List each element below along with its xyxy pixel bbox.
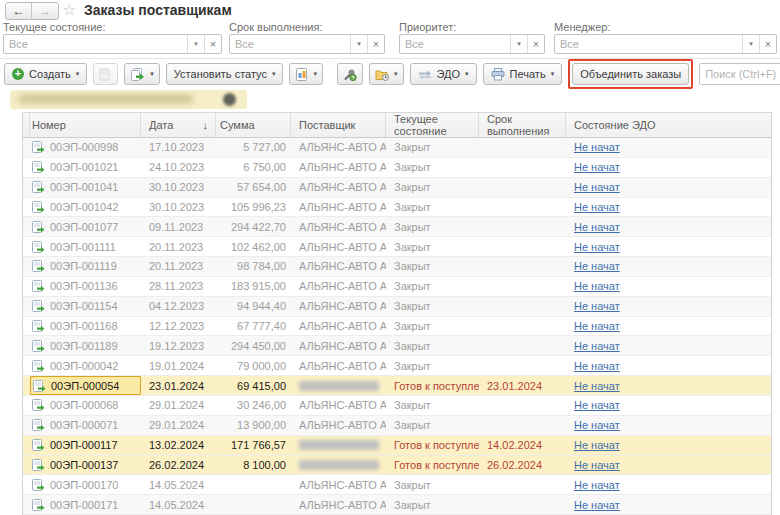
- cell-number: 00ЭП-001041: [30, 178, 141, 197]
- edo-status-link[interactable]: Не начат: [574, 260, 620, 272]
- edo-status-link[interactable]: Не начат: [574, 360, 620, 372]
- back-button[interactable]: ←: [6, 3, 32, 19]
- column-header-supplier[interactable]: Поставщик: [291, 113, 386, 137]
- table-row[interactable]: 00ЭП-000137 26.02.2024 8 100,00 Готов к …: [23, 456, 771, 476]
- edo-status-link[interactable]: Не начат: [574, 439, 620, 451]
- table-row[interactable]: 00ЭП-001077 09.11.2023 294 422,70 АЛЬЯНС…: [23, 217, 771, 237]
- edo-status-link[interactable]: Не начат: [574, 340, 620, 352]
- chevron-down-icon[interactable]: ▾: [350, 35, 367, 53]
- table-row[interactable]: 00ЭП-001189 19.12.2023 294 450,00 АЛЬЯНС…: [23, 336, 771, 356]
- pin-button[interactable]: [337, 63, 363, 85]
- cell-supplier: [291, 436, 386, 455]
- copy-document-icon: [99, 68, 112, 81]
- pin-clock-icon: [343, 68, 357, 81]
- cell-date: 29.01.2024: [141, 416, 216, 435]
- table-row[interactable]: 00ЭП-000071 29.01.2024 13 900,00 АЛЬЯНС-…: [23, 416, 771, 436]
- cell-supplier: АЛЬЯНС-АВТО АО: [291, 317, 386, 336]
- edo-status-link[interactable]: Не начат: [574, 499, 620, 511]
- clear-icon[interactable]: ×: [759, 35, 776, 53]
- edo-status-link[interactable]: Не начат: [574, 161, 620, 173]
- clear-icon[interactable]: ×: [367, 35, 384, 53]
- search-input[interactable]: [699, 63, 780, 85]
- cell-supplier: АЛЬЯНС-АВТО АО: [291, 257, 386, 276]
- cell-supplier: АЛЬЯНС-АВТО АО: [291, 237, 386, 256]
- filter-label: Приоритет:: [399, 21, 545, 32]
- chevron-down-icon[interactable]: ▾: [510, 35, 527, 53]
- table-row[interactable]: 00ЭП-000998 17.10.2023 5 727,00 АЛЬЯНС-А…: [23, 138, 771, 158]
- files-button[interactable]: ▾: [369, 63, 404, 85]
- sort-desc-icon: ↓: [203, 119, 209, 131]
- table-row[interactable]: 00ЭП-001136 28.11.2023 183 915,00 АЛЬЯНС…: [23, 277, 771, 297]
- chevron-down-icon: ▾: [272, 70, 276, 78]
- cell-edo: Не начат: [566, 237, 772, 256]
- cell-state: Закрыт: [386, 495, 479, 514]
- merge-orders-button[interactable]: Объединить заказы: [572, 63, 689, 85]
- table-row[interactable]: 00ЭП-001041 30.10.2023 57 654,00 АЛЬЯНС-…: [23, 178, 771, 198]
- chevron-down-icon: ▾: [313, 70, 317, 78]
- print-button[interactable]: Печать ▾: [483, 63, 563, 85]
- table-row[interactable]: 00ЭП-000068 29.01.2024 30 246,00 АЛЬЯНС-…: [23, 396, 771, 416]
- edo-status-link[interactable]: Не начат: [574, 181, 620, 193]
- column-header-edo[interactable]: Состояние ЭДО: [566, 113, 772, 137]
- forward-button[interactable]: →: [32, 3, 58, 19]
- cell-supplier: АЛЬЯНС-АВТО АО: [291, 277, 386, 296]
- close-icon[interactable]: [223, 93, 236, 106]
- copy-button[interactable]: [93, 63, 118, 85]
- table-row[interactable]: 00ЭП-001119 20.11.2023 98 784,00 АЛЬЯНС-…: [23, 257, 771, 277]
- column-header-due[interactable]: Срок выполнения: [479, 113, 566, 137]
- filter-current-state-combo[interactable]: Все ▾ ×: [3, 34, 222, 54]
- cell-supplier: АЛЬЯНС-АВТО АО: [291, 416, 386, 435]
- cell-sum: 67 777,40: [216, 317, 291, 336]
- edo-status-link[interactable]: Не начат: [574, 300, 620, 312]
- table-row[interactable]: 00ЭП-001021 24.10.2023 6 750,00 АЛЬЯНС-А…: [23, 158, 771, 178]
- filter-chip-redacted[interactable]: [10, 90, 247, 109]
- edo-status-link[interactable]: Не начат: [574, 459, 620, 471]
- edo-button[interactable]: ЭДО ▾: [410, 63, 477, 85]
- filter-due-date-combo[interactable]: Все ▾ ×: [229, 34, 385, 54]
- edo-status-link[interactable]: Не начат: [574, 419, 620, 431]
- post-documents-button[interactable]: ▾: [124, 63, 160, 85]
- table-row[interactable]: 00ЭП-001154 04.12.2023 94 944,40 АЛЬЯНС-…: [23, 297, 771, 317]
- table-row[interactable]: 00ЭП-000042 19.01.2024 79 000,00 АЛЬЯНС-…: [23, 356, 771, 376]
- edo-status-link[interactable]: Не начат: [574, 221, 620, 233]
- table-row[interactable]: 00ЭП-000170 14.05.2024 АЛЬЯНС-АВТО АО За…: [23, 475, 771, 495]
- column-header-state[interactable]: Текущее состояние: [386, 113, 479, 137]
- table-row[interactable]: 00ЭП-001168 12.12.2023 67 777,40 АЛЬЯНС-…: [23, 317, 771, 337]
- cell-due: [479, 396, 566, 415]
- table-row[interactable]: 00ЭП-001042 30.10.2023 105 996,23 АЛЬЯНС…: [23, 198, 771, 218]
- filter-priority-combo[interactable]: Все ▾ ×: [399, 34, 545, 54]
- column-header-number[interactable]: Номер: [30, 113, 141, 137]
- column-header-date[interactable]: Дата ↓: [141, 113, 216, 137]
- table-row[interactable]: 00ЭП-000117 13.02.2024 171 766,57 Готов …: [23, 436, 771, 456]
- clear-icon[interactable]: ×: [527, 35, 544, 53]
- table-row[interactable]: 00ЭП-001111 20.11.2023 102 462,00 АЛЬЯНС…: [23, 237, 771, 257]
- cell-number: 00ЭП-001077: [30, 217, 141, 236]
- edo-status-link[interactable]: Не начат: [574, 241, 620, 253]
- table-row[interactable]: 00ЭП-000054 23.01.2024 69 415,00 Готов к…: [23, 376, 771, 396]
- edo-status-link[interactable]: Не начат: [574, 479, 620, 491]
- cell-number: 00ЭП-000068: [30, 396, 141, 415]
- favorite-star-icon[interactable]: ☆: [62, 0, 76, 19]
- column-header-sum[interactable]: Сумма: [216, 113, 291, 137]
- set-status-button[interactable]: Установить статус ▾: [166, 63, 284, 85]
- edo-status-link[interactable]: Не начат: [574, 141, 620, 153]
- cell-date: 09.11.2023: [141, 217, 216, 236]
- chevron-down-icon[interactable]: ▾: [742, 35, 759, 53]
- chevron-down-icon[interactable]: ▾: [187, 35, 204, 53]
- table-row[interactable]: 00ЭП-000171 14.05.2024 АЛЬЯНС-АВТО АО За…: [23, 495, 771, 515]
- cell-due: [479, 416, 566, 435]
- create-button[interactable]: + Создать ▾: [4, 63, 87, 85]
- orders-table: Номер Дата ↓ Сумма Поставщик Текущее сос…: [22, 112, 772, 515]
- clear-icon[interactable]: ×: [204, 35, 221, 53]
- table-header: Номер Дата ↓ Сумма Поставщик Текущее сос…: [23, 112, 771, 138]
- filter-manager-combo[interactable]: Все ▾ ×: [554, 34, 777, 54]
- edo-status-link[interactable]: Не начат: [574, 201, 620, 213]
- edo-status-link[interactable]: Не начат: [574, 280, 620, 292]
- edo-status-link[interactable]: Не начат: [574, 380, 620, 392]
- cell-number: 00ЭП-001021: [30, 158, 141, 177]
- reports-button[interactable]: ▾: [289, 63, 323, 85]
- cell-edo: Не начат: [566, 356, 772, 375]
- edo-status-link[interactable]: Не начат: [574, 399, 620, 411]
- document-posted-icon: [32, 439, 45, 451]
- edo-status-link[interactable]: Не начат: [574, 320, 620, 332]
